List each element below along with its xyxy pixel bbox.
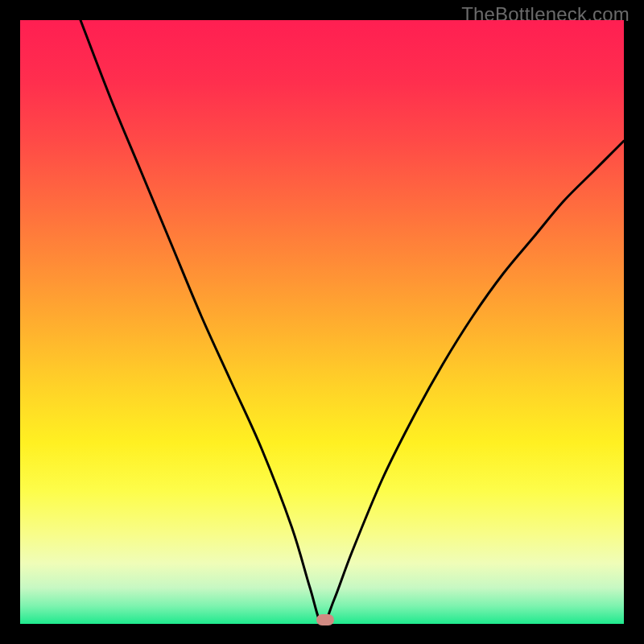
svg-rect-0	[20, 20, 624, 624]
plot-area	[20, 20, 624, 624]
background-gradient	[20, 20, 624, 624]
minimum-marker	[316, 614, 334, 625]
chart-frame: TheBottleneck.com	[0, 0, 644, 644]
